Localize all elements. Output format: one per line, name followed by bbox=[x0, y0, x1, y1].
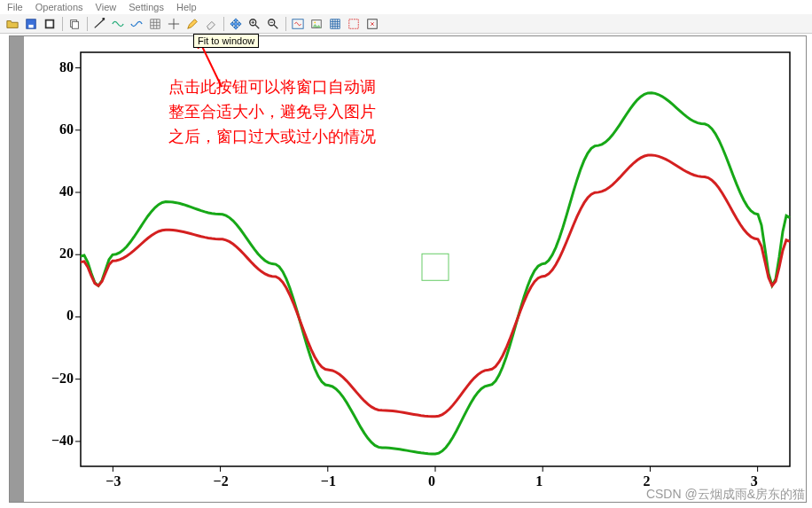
y-tick-label: −20 bbox=[42, 371, 74, 387]
y-tick-label: 20 bbox=[42, 246, 74, 262]
plot-area[interactable]: −3−2−10123−40−20020406080 bbox=[24, 36, 806, 502]
x-tick-label: −3 bbox=[105, 473, 121, 489]
svg-rect-3 bbox=[47, 20, 53, 27]
svg-rect-5 bbox=[72, 21, 78, 28]
x-tick-label: 2 bbox=[643, 473, 650, 489]
menu-help[interactable]: Help bbox=[176, 2, 197, 12]
x-tick-label: 3 bbox=[751, 473, 758, 489]
svg-line-11 bbox=[255, 24, 259, 27]
toolbar bbox=[0, 14, 812, 34]
box-select-icon[interactable] bbox=[345, 16, 363, 32]
x-tick-label: −1 bbox=[321, 473, 336, 489]
wave1-icon[interactable] bbox=[109, 16, 127, 32]
x-tick-label: 0 bbox=[428, 473, 435, 489]
plot-container: −3−2−10123−40−20020406080 bbox=[9, 35, 807, 503]
y-tick-label: 80 bbox=[42, 59, 74, 75]
menu-view[interactable]: View bbox=[96, 2, 117, 12]
y-tick-label: 60 bbox=[42, 121, 74, 137]
resize-icon[interactable] bbox=[363, 16, 381, 32]
copy-icon[interactable] bbox=[66, 16, 83, 32]
svg-rect-1 bbox=[28, 24, 33, 27]
selection-box[interactable] bbox=[422, 254, 449, 280]
menu-operations[interactable]: Operations bbox=[35, 2, 83, 12]
svg-line-6 bbox=[95, 19, 105, 27]
menu-file[interactable]: File bbox=[7, 2, 23, 12]
series-line bbox=[81, 155, 790, 417]
x-tick-label: −2 bbox=[214, 473, 229, 489]
svg-line-15 bbox=[274, 24, 277, 27]
grid-tool-icon[interactable] bbox=[146, 16, 164, 32]
eraser-icon[interactable] bbox=[202, 16, 220, 32]
tooltip-fit-to-window: Fit to window bbox=[193, 34, 259, 48]
svg-rect-20 bbox=[349, 19, 359, 28]
hand-pan-icon[interactable] bbox=[227, 16, 245, 32]
svg-rect-7 bbox=[103, 18, 105, 20]
svg-point-19 bbox=[314, 21, 316, 23]
y-tick-label: 40 bbox=[42, 184, 74, 199]
y-tick-label: −40 bbox=[42, 433, 74, 449]
export-icon[interactable] bbox=[41, 16, 59, 32]
fit-window-icon[interactable] bbox=[289, 16, 307, 32]
y-tick-label: 0 bbox=[42, 308, 74, 324]
grid-toggle-icon[interactable] bbox=[326, 16, 344, 32]
zoom-out-icon[interactable] bbox=[264, 16, 282, 32]
menu-bar: File Operations View Settings Help bbox=[0, 0, 812, 14]
plot-gutter bbox=[10, 36, 24, 502]
series-line bbox=[81, 93, 790, 454]
crosshair-icon[interactable] bbox=[165, 16, 183, 32]
menu-settings[interactable]: Settings bbox=[129, 2, 164, 12]
open-icon[interactable] bbox=[4, 16, 21, 32]
zoom-in-icon[interactable] bbox=[246, 16, 263, 32]
save-icon[interactable] bbox=[22, 16, 40, 32]
line-tool-icon[interactable] bbox=[90, 16, 108, 32]
image-icon[interactable] bbox=[308, 16, 325, 32]
pencil-icon[interactable] bbox=[183, 16, 201, 32]
wave2-icon[interactable] bbox=[128, 16, 145, 32]
x-tick-label: 1 bbox=[535, 473, 543, 489]
chart-svg bbox=[24, 36, 806, 502]
